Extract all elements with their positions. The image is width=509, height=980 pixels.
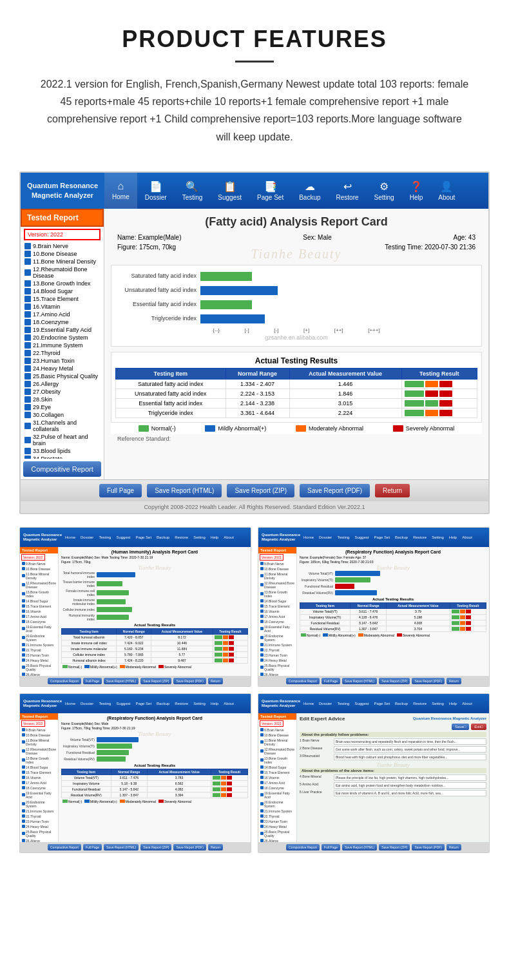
mini-nav-about[interactable]: About <box>460 535 474 540</box>
sidebar-item-6[interactable]: 15.Trace Element <box>21 295 104 303</box>
mini-nav-restore[interactable]: Restore <box>411 535 428 540</box>
mini-list-item[interactable]: 17.Amino Acid <box>258 780 296 785</box>
mini-list-item[interactable]: 22.Thyroid <box>258 814 296 819</box>
mini-list-item[interactable]: 9.Brain Nerve <box>258 561 296 566</box>
toolbar-btn-save-report-(pdf)[interactable]: Save Report (PDF) <box>300 484 370 497</box>
mini-list-item[interactable]: 21.Immune System <box>258 642 296 648</box>
mini-list-item[interactable]: 15.Trace Element <box>258 604 296 609</box>
sidebar-item-23[interactable]: 32.Pulse of heart and brain <box>21 433 104 447</box>
sidebar-item-13[interactable]: 22.Thyroid <box>21 349 104 357</box>
mini-nav-dossier[interactable]: Dossier <box>317 701 334 706</box>
mini-list-item[interactable]: 18.Coenzyme <box>20 785 58 791</box>
mini-nav-dossier[interactable]: Dossier <box>79 535 95 540</box>
mini-list-item[interactable]: 23.Human Toxin <box>258 653 296 658</box>
mini-list-item[interactable]: 12.Rheumatoid Bone Disease <box>258 581 296 590</box>
mini-list-item[interactable]: 22.Thyroid <box>20 648 58 653</box>
mini-list-item[interactable]: 22.Thyroid <box>258 648 296 653</box>
mini-list-item[interactable]: 26.Allergy <box>258 672 296 676</box>
mini-nav-restore[interactable]: Restore <box>173 535 190 540</box>
mini-list-item[interactable]: 13.Bone Growth Index <box>258 590 296 599</box>
mini-nav-home[interactable]: Home <box>302 535 316 540</box>
mini-list-item[interactable]: 26.Allergy <box>258 838 296 842</box>
mini-list-item[interactable]: 21.Immune System <box>258 809 296 814</box>
sidebar-item-20[interactable]: 29.Eye <box>21 403 104 411</box>
mini-nav-dossier[interactable]: Dossier <box>79 701 95 706</box>
mini-nav-backup[interactable]: Backup <box>393 535 410 540</box>
sidebar-item-5[interactable]: 14.Blood Sugar <box>21 287 104 295</box>
nav-pageset[interactable]: 📑Page Set <box>249 173 291 209</box>
mini-nav-page set[interactable]: Page Set <box>372 701 392 706</box>
mini-list-item[interactable]: 20.Endocrine System <box>20 633 58 642</box>
mini-list-item[interactable]: 15.Trace Element <box>20 770 58 775</box>
expert-exit-button[interactable]: Exit□ <box>471 724 486 730</box>
mini-nav-suggest[interactable]: Suggest <box>114 535 132 540</box>
mini-toolbar-btn-full-page[interactable]: Full Page <box>322 678 340 684</box>
mini-list-item[interactable]: 18.Coenzyme <box>258 785 296 791</box>
mini-list-item[interactable]: 19.Essential Fatty Acid <box>20 791 58 800</box>
mini-toolbar-btn-save-report-(zip)[interactable]: Save Report (ZIP) <box>379 844 410 850</box>
mini-toolbar-btn-compositive-report[interactable]: Compositive Report <box>286 678 320 684</box>
nav-testing[interactable]: 🔍Testing <box>175 173 211 209</box>
mini-list-item[interactable]: 12.Rheumatoid Bone Disease <box>20 747 58 756</box>
mini-list-item[interactable]: 10.Bone Disease <box>20 566 58 572</box>
mini-nav-help[interactable]: Help <box>209 535 220 540</box>
mini-list-item[interactable]: 13.Bone Growth Index <box>258 756 296 765</box>
sidebar-item-22[interactable]: 31.Channels and collaterals <box>21 419 104 433</box>
mini-list-item[interactable]: 11.Bone Mineral Density <box>258 572 296 581</box>
mini-toolbar-btn-save-report-(html)[interactable]: Save Report (HTML) <box>342 844 377 850</box>
mini-toolbar-btn-full-page[interactable]: Full Page <box>83 844 102 850</box>
mini-toolbar-btn-full-page[interactable]: Full Page <box>83 678 102 684</box>
nav-backup[interactable]: ☁Backup <box>291 173 328 209</box>
mini-list-item[interactable]: 23.Human Toxin <box>20 819 58 824</box>
mini-list-item[interactable]: 23.Human Toxin <box>20 653 58 658</box>
sidebar-item-8[interactable]: 17.Amino Acid <box>21 311 104 318</box>
mini-nav-page set[interactable]: Page Set <box>133 535 153 540</box>
sidebar-item-25[interactable]: 34.Prostate <box>21 455 104 459</box>
mini-list-item[interactable]: 16.Vitamin <box>20 775 58 780</box>
mini-nav-home[interactable]: Home <box>63 701 77 706</box>
mini-list-item[interactable]: 17.Amino Acid <box>20 780 58 785</box>
mini-list-item[interactable]: 18.Coenzyme <box>20 619 58 624</box>
mini-list-item[interactable]: 13.Bone Growth Index <box>20 756 58 765</box>
mini-nav-home[interactable]: Home <box>302 701 316 706</box>
mini-nav-suggest[interactable]: Suggest <box>352 701 370 706</box>
mini-nav-setting[interactable]: Setting <box>430 701 446 706</box>
mini-list-item[interactable]: 24.Heavy Metal <box>258 824 296 829</box>
mini-list-item[interactable]: 10.Bone Disease <box>20 733 58 738</box>
sidebar-item-0[interactable]: 9.Brain Nerve <box>21 242 104 250</box>
mini-list-item[interactable]: 26.Allergy <box>20 672 58 676</box>
mini-nav-suggest[interactable]: Suggest <box>352 535 370 540</box>
mini-list-item[interactable]: 24.Heavy Metal <box>258 658 296 663</box>
mini-nav-backup[interactable]: Backup <box>393 701 410 706</box>
mini-list-item[interactable]: 10.Bone Disease <box>258 733 296 738</box>
mini-list-item[interactable]: 16.Vitamin <box>258 609 296 614</box>
sidebar-item-15[interactable]: 24.Heavy Metal <box>21 365 104 372</box>
mini-list-item[interactable]: 14.Blood Sugar <box>258 599 296 604</box>
mini-nav-testing[interactable]: Testing <box>335 701 351 706</box>
mini-toolbar-btn-save-report-(pdf)[interactable]: Save Report (PDF) <box>412 844 445 850</box>
mini-list-item[interactable]: 16.Vitamin <box>20 609 58 614</box>
sidebar-item-9[interactable]: 18.Coenzyme <box>21 318 104 326</box>
mini-nav-page set[interactable]: Page Set <box>133 701 153 706</box>
toolbar-btn-full-page[interactable]: Full Page <box>99 484 142 497</box>
mini-toolbar-btn-save-report-(html)[interactable]: Save Report (HTML) <box>104 678 139 684</box>
mini-list-item[interactable]: 20.Endocrine System <box>258 633 296 642</box>
mini-toolbar-btn-return[interactable]: Return <box>208 678 223 684</box>
mini-nav-dossier[interactable]: Dossier <box>317 535 334 540</box>
mini-nav-setting[interactable]: Setting <box>191 535 207 540</box>
mini-list-item[interactable]: 21.Immune System <box>20 809 58 814</box>
mini-nav-about[interactable]: About <box>460 701 474 706</box>
sidebar-item-3[interactable]: 12.Rheumatoid Bone Disease <box>21 265 104 280</box>
mini-nav-backup[interactable]: Backup <box>155 535 171 540</box>
mini-list-item[interactable]: 25.Basic Physical Quality <box>20 829 58 838</box>
mini-list-item[interactable]: 9.Brain Nerve <box>20 727 58 733</box>
mini-nav-help[interactable]: Help <box>447 701 459 706</box>
nav-dossier[interactable]: 📄Dossier <box>137 173 175 209</box>
mini-toolbar-btn-save-report-(pdf)[interactable]: Save Report (PDF) <box>412 678 445 684</box>
mini-nav-help[interactable]: Help <box>209 701 220 706</box>
mini-list-item[interactable]: 23.Human Toxin <box>258 819 296 824</box>
mini-nav-about[interactable]: About <box>222 535 236 540</box>
mini-list-item[interactable]: 18.Coenzyme <box>258 619 296 624</box>
mini-list-item[interactable]: 11.Bone Mineral Density <box>20 738 58 747</box>
mini-list-item[interactable]: 25.Basic Physical Quality <box>20 663 58 672</box>
